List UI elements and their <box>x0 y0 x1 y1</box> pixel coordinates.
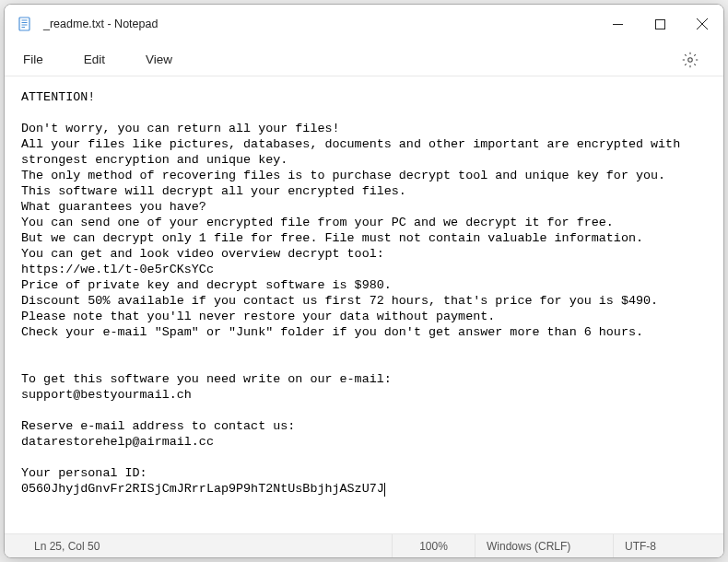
titlebar[interactable]: _readme.txt - Notepad <box>5 5 723 43</box>
close-button[interactable] <box>681 5 723 43</box>
status-line-ending: Windows (CRLF) <box>475 534 613 557</box>
statusbar: Ln 25, Col 50 100% Windows (CRLF) UTF-8 <box>5 533 723 557</box>
document-last-line: 0560JhyjdGnvFr2RISjCmJRrrLap9P9hT2NtUsBb… <box>21 482 384 496</box>
window-title: _readme.txt - Notepad <box>43 18 158 30</box>
status-cursor-position: Ln 25, Col 50 <box>23 534 111 557</box>
menu-edit[interactable]: Edit <box>75 47 120 72</box>
menubar: File Edit View <box>5 43 723 76</box>
svg-rect-6 <box>655 19 664 29</box>
menu-file[interactable]: File <box>14 47 58 72</box>
text-editor-area[interactable]: ATTENTION! Don't worry, you can return a… <box>5 76 723 533</box>
menu-view[interactable]: View <box>136 47 187 72</box>
maximize-button[interactable] <box>639 5 681 43</box>
status-zoom[interactable]: 100% <box>392 534 475 557</box>
svg-rect-0 <box>19 18 29 30</box>
minimize-button[interactable] <box>596 5 639 43</box>
text-cursor <box>384 483 385 497</box>
document-body: ATTENTION! Don't worry, you can return a… <box>21 90 687 480</box>
settings-button[interactable] <box>675 45 705 75</box>
status-encoding: UTF-8 <box>613 534 723 557</box>
notepad-app-icon <box>18 17 32 31</box>
svg-point-9 <box>688 57 693 62</box>
notepad-window: _readme.txt - Notepad File Edit View ATT… <box>4 4 724 558</box>
